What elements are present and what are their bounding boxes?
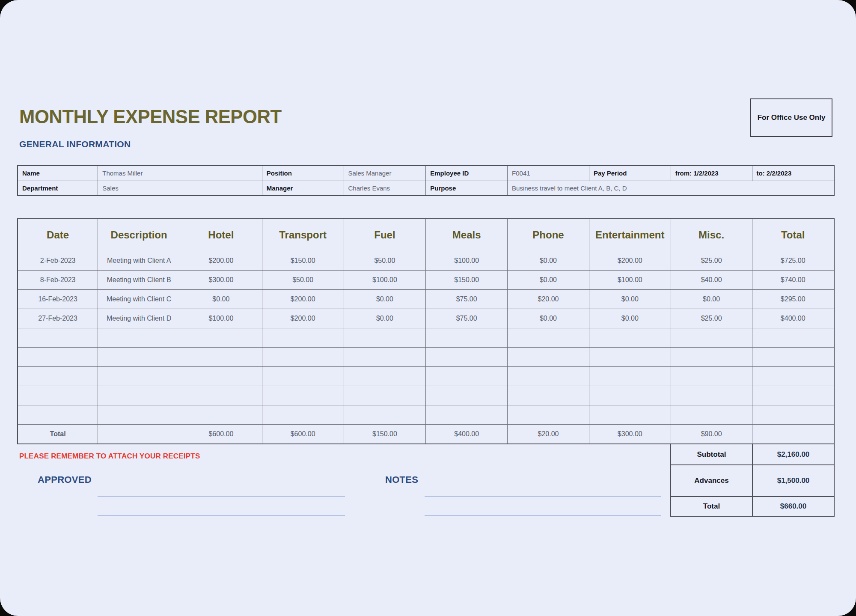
empty-cell[interactable] — [180, 405, 262, 424]
empty-cell[interactable] — [752, 366, 834, 386]
signature-line[interactable] — [98, 515, 345, 516]
description-cell[interactable]: Meeting with Client D — [98, 309, 180, 328]
amount-cell[interactable]: $25.00 — [671, 251, 752, 270]
empty-cell[interactable] — [18, 366, 98, 386]
empty-cell[interactable] — [508, 405, 589, 424]
row-total-cell[interactable]: $295.00 — [752, 289, 834, 309]
empty-cell[interactable] — [344, 328, 426, 347]
amount-cell[interactable]: $0.00 — [508, 270, 589, 289]
empty-cell[interactable] — [589, 366, 671, 386]
row-total-cell[interactable]: $400.00 — [752, 309, 834, 328]
amount-cell[interactable]: $100.00 — [589, 270, 671, 289]
amount-cell[interactable]: $0.00 — [344, 289, 426, 309]
description-cell[interactable]: Meeting with Client B — [98, 270, 180, 289]
empty-cell[interactable] — [671, 328, 752, 347]
empty-cell[interactable] — [752, 328, 834, 347]
empty-cell[interactable] — [344, 386, 426, 405]
empty-cell[interactable] — [18, 405, 98, 424]
empty-cell[interactable] — [18, 347, 98, 366]
row-total-cell[interactable]: $740.00 — [752, 270, 834, 289]
amount-cell[interactable]: $40.00 — [671, 270, 752, 289]
empty-cell[interactable] — [508, 386, 589, 405]
notes-line[interactable] — [425, 496, 661, 497]
date-cell[interactable]: 16-Feb-2023 — [18, 289, 98, 309]
empty-cell[interactable] — [426, 347, 508, 366]
amount-cell[interactable]: $150.00 — [426, 270, 508, 289]
empty-cell[interactable] — [752, 386, 834, 405]
empty-cell[interactable] — [426, 405, 508, 424]
empty-cell[interactable] — [98, 386, 180, 405]
empty-cell[interactable] — [508, 347, 589, 366]
empty-cell[interactable] — [508, 366, 589, 386]
pay-period-from-field[interactable]: from: 1/2/2023 — [671, 166, 752, 181]
empty-cell[interactable] — [18, 386, 98, 405]
notes-line[interactable] — [425, 515, 661, 516]
amount-cell[interactable]: $0.00 — [180, 289, 262, 309]
amount-cell[interactable]: $50.00 — [344, 251, 426, 270]
row-total-cell[interactable]: $725.00 — [752, 251, 834, 270]
empty-cell[interactable] — [180, 386, 262, 405]
empty-cell[interactable] — [98, 366, 180, 386]
amount-cell[interactable]: $100.00 — [426, 251, 508, 270]
empty-cell[interactable] — [98, 347, 180, 366]
empty-cell[interactable] — [98, 328, 180, 347]
amount-cell[interactable]: $0.00 — [344, 309, 426, 328]
amount-cell[interactable]: $50.00 — [262, 270, 344, 289]
amount-cell[interactable]: $0.00 — [508, 251, 589, 270]
department-field[interactable]: Sales — [98, 181, 262, 196]
empty-cell[interactable] — [180, 347, 262, 366]
empty-cell[interactable] — [344, 405, 426, 424]
empty-cell[interactable] — [589, 347, 671, 366]
pay-period-to-field[interactable]: to: 2/2/2023 — [752, 166, 834, 181]
amount-cell[interactable]: $100.00 — [180, 309, 262, 328]
empty-cell[interactable] — [508, 328, 589, 347]
description-cell[interactable]: Meeting with Client A — [98, 251, 180, 270]
empty-cell[interactable] — [671, 366, 752, 386]
empty-cell[interactable] — [589, 328, 671, 347]
signature-line[interactable] — [98, 496, 345, 497]
empty-cell[interactable] — [344, 366, 426, 386]
amount-cell[interactable]: $75.00 — [426, 289, 508, 309]
amount-cell[interactable]: $20.00 — [508, 289, 589, 309]
empty-cell[interactable] — [344, 347, 426, 366]
empty-cell[interactable] — [752, 405, 834, 424]
empty-cell[interactable] — [752, 347, 834, 366]
position-field[interactable]: Sales Manager — [344, 166, 426, 181]
empty-cell[interactable] — [262, 328, 344, 347]
amount-cell[interactable]: $25.00 — [671, 309, 752, 328]
empty-cell[interactable] — [18, 328, 98, 347]
date-cell[interactable]: 2-Feb-2023 — [18, 251, 98, 270]
amount-cell[interactable]: $0.00 — [589, 309, 671, 328]
name-field[interactable]: Thomas Miller — [98, 166, 262, 181]
empty-cell[interactable] — [671, 347, 752, 366]
description-cell[interactable]: Meeting with Client C — [98, 289, 180, 309]
empty-cell[interactable] — [262, 366, 344, 386]
empty-cell[interactable] — [589, 386, 671, 405]
empty-cell[interactable] — [180, 328, 262, 347]
advances-value[interactable]: $1,500.00 — [752, 465, 834, 497]
empty-cell[interactable] — [98, 405, 180, 424]
manager-field[interactable]: Charles Evans — [344, 181, 426, 196]
empty-cell[interactable] — [671, 386, 752, 405]
empty-cell[interactable] — [262, 347, 344, 366]
empty-cell[interactable] — [262, 386, 344, 405]
amount-cell[interactable]: $75.00 — [426, 309, 508, 328]
amount-cell[interactable]: $0.00 — [589, 289, 671, 309]
amount-cell[interactable]: $200.00 — [180, 251, 262, 270]
empty-cell[interactable] — [426, 366, 508, 386]
date-cell[interactable]: 27-Feb-2023 — [18, 309, 98, 328]
empty-cell[interactable] — [262, 405, 344, 424]
empty-cell[interactable] — [426, 328, 508, 347]
empty-cell[interactable] — [671, 405, 752, 424]
amount-cell[interactable]: $200.00 — [589, 251, 671, 270]
amount-cell[interactable]: $150.00 — [262, 251, 344, 270]
empty-cell[interactable] — [589, 405, 671, 424]
amount-cell[interactable]: $100.00 — [344, 270, 426, 289]
empty-cell[interactable] — [180, 366, 262, 386]
date-cell[interactable]: 8-Feb-2023 — [18, 270, 98, 289]
employee-id-field[interactable]: F0041 — [508, 166, 589, 181]
purpose-field[interactable]: Business travel to meet Client A, B, C, … — [508, 181, 834, 196]
empty-cell[interactable] — [426, 386, 508, 405]
amount-cell[interactable]: $0.00 — [671, 289, 752, 309]
amount-cell[interactable]: $200.00 — [262, 309, 344, 328]
